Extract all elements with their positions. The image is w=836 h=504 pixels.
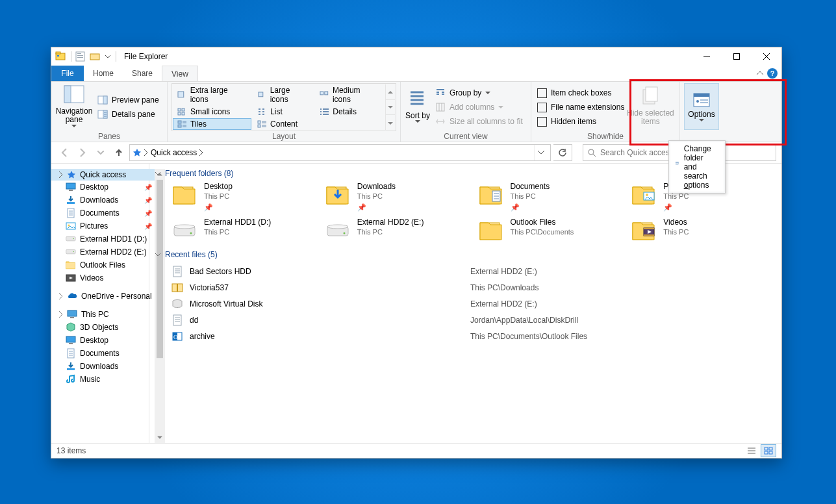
address-history-dropdown[interactable]	[534, 145, 548, 160]
nav-item[interactable]: Pictures📌	[51, 220, 155, 233]
breadcrumb-chevron-icon[interactable]	[199, 149, 203, 156]
nav-item[interactable]: Music	[51, 373, 155, 386]
hidden-items-toggle[interactable]: Hidden items	[535, 116, 626, 127]
layout-gallery-expand[interactable]	[386, 116, 395, 130]
folder-tile[interactable]: DownloadsThis PC📌	[325, 182, 475, 212]
breadcrumb-chevron-icon[interactable]	[144, 149, 148, 156]
breadcrumb[interactable]: Quick access	[151, 148, 197, 157]
layout-extra-large-icons[interactable]: Extra large icons	[173, 84, 251, 105]
layout-tiles[interactable]: Tiles	[173, 118, 251, 130]
address-bar[interactable]: Quick access	[129, 144, 551, 161]
app-icon[interactable]	[55, 51, 67, 62]
group-by-button[interactable]: Group by	[433, 87, 525, 99]
svg-rect-18	[178, 108, 181, 111]
nav-item[interactable]: Downloads📌	[51, 194, 155, 207]
nav-this-pc[interactable]: This PC	[51, 308, 155, 321]
qat-properties-icon[interactable]	[75, 51, 87, 62]
svg-rect-9	[90, 54, 99, 60]
svg-rect-10	[734, 54, 740, 60]
hide-selected-items-button[interactable]: Hide selected items	[626, 83, 674, 129]
back-button[interactable]	[57, 145, 72, 160]
forward-button[interactable]	[75, 145, 90, 160]
nav-item[interactable]: Desktop📌	[51, 181, 155, 194]
recent-locations-button[interactable]	[93, 145, 108, 160]
layout-medium-icons[interactable]: Medium icons	[315, 84, 384, 105]
nav-item[interactable]: Documents	[51, 347, 155, 360]
svg-rect-72	[173, 266, 181, 277]
nav-onedrive[interactable]: OneDrive - Personal	[51, 290, 155, 303]
folder-tile[interactable]: VideosThis PC	[631, 218, 781, 244]
svg-point-60	[646, 194, 648, 196]
window-title: File Explorer	[124, 52, 168, 61]
tab-view[interactable]: View	[162, 66, 198, 81]
qat-customize-dropdown[interactable]	[105, 54, 110, 59]
recent-file-row[interactable]: Bad Sectors HDDExternal HDD2 (E:)	[171, 263, 781, 279]
recent-file-row[interactable]: Microsoft Virtual DiskExternal HDD2 (E:)	[171, 296, 781, 312]
details-pane-button[interactable]: Details pane	[95, 108, 161, 120]
recent-file-row[interactable]: ddJordan\AppData\Local\DiskDrill	[171, 312, 781, 328]
layout-content[interactable]: Content	[253, 118, 314, 130]
svg-rect-22	[178, 121, 181, 123]
navigation-pane: Quick access Desktop📌Downloads📌Documents…	[51, 164, 149, 443]
nav-item[interactable]: Documents📌	[51, 207, 155, 220]
layout-list[interactable]: List	[253, 106, 314, 118]
folder-tile[interactable]: Outlook FilesThis PC\Documents	[478, 218, 629, 244]
pin-icon: 📌	[204, 203, 233, 212]
size-columns-button[interactable]: Size all columns to fit	[433, 116, 525, 127]
item-check-boxes-toggle[interactable]: Item check boxes	[535, 88, 626, 99]
svg-rect-70	[644, 228, 654, 229]
svg-rect-25	[258, 121, 260, 123]
refresh-button[interactable]	[553, 144, 572, 161]
options-button[interactable]: Options	[684, 83, 719, 130]
file-name-extensions-toggle[interactable]: File name extensions	[535, 102, 626, 113]
sort-by-button[interactable]: Sort by	[405, 83, 431, 129]
nav-item[interactable]: Outlook Files	[51, 258, 155, 271]
layout-scroll-up[interactable]	[386, 84, 395, 99]
svg-rect-19	[182, 108, 184, 111]
folder-tile[interactable]: External HDD1 (D:)This PC	[171, 218, 322, 244]
close-button[interactable]	[752, 47, 781, 66]
view-details-toggle[interactable]	[744, 444, 759, 457]
svg-rect-14	[103, 96, 107, 104]
recent-file-row[interactable]: OarchiveThis PC\Documents\Outlook Files	[171, 328, 781, 344]
layout-large-icons[interactable]: Large icons	[253, 84, 314, 105]
up-button[interactable]	[111, 145, 127, 160]
qat-new-folder-icon[interactable]	[90, 51, 101, 62]
layout-scroll-down[interactable]	[386, 99, 395, 115]
preview-pane-button[interactable]: Preview pane	[95, 94, 161, 106]
svg-rect-36	[676, 162, 678, 163]
nav-item[interactable]: 3D Objects	[51, 321, 155, 334]
svg-rect-76	[173, 315, 181, 325]
nav-quick-access[interactable]: Quick access	[51, 169, 155, 181]
layout-details[interactable]: Details	[315, 106, 384, 118]
maximize-button[interactable]	[722, 47, 752, 66]
nav-item[interactable]: Downloads	[51, 360, 155, 373]
folder-tile[interactable]: External HDD2 (E:)This PC	[325, 218, 475, 244]
svg-rect-48	[66, 336, 75, 342]
view-large-icons-toggle[interactable]	[761, 444, 776, 457]
navigation-pane-button[interactable]: Navigation pane	[55, 83, 93, 129]
svg-rect-51	[67, 368, 75, 370]
layout-small-icons[interactable]: Small icons	[173, 106, 251, 118]
nav-item[interactable]: External HDD2 (E:)	[51, 246, 155, 258]
tab-share[interactable]: Share	[123, 66, 162, 81]
svg-rect-82	[765, 451, 768, 454]
collapse-ribbon-button[interactable]	[757, 70, 763, 77]
minimize-button[interactable]	[692, 47, 722, 66]
tab-file[interactable]: File	[51, 66, 84, 81]
recent-file-row[interactable]: Victoria537This PC\Downloads	[171, 279, 781, 296]
recent-files-header[interactable]: Recent files (5)	[151, 249, 781, 263]
folder-tile[interactable]: DocumentsThis PC📌	[478, 182, 629, 212]
nav-item[interactable]: Videos	[51, 271, 155, 284]
pin-icon: 📌	[511, 203, 550, 212]
tab-home[interactable]: Home	[84, 66, 123, 81]
folder-tile[interactable]: DesktopThis PC📌	[171, 182, 322, 212]
help-button[interactable]: ?	[767, 68, 778, 79]
change-folder-search-options[interactable]: Change folder and search options	[670, 142, 724, 192]
nav-item[interactable]: Desktop	[51, 334, 155, 347]
svg-rect-7	[77, 55, 83, 56]
nav-item[interactable]: External HDD1 (D:)	[51, 233, 155, 246]
svg-rect-21	[182, 112, 184, 115]
onedrive-icon	[67, 291, 77, 301]
add-columns-button[interactable]: Add columns	[433, 101, 525, 113]
